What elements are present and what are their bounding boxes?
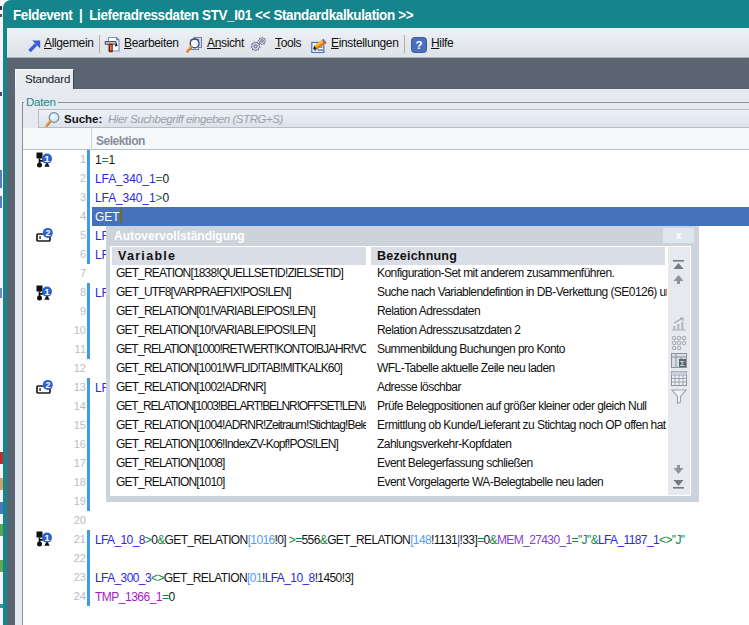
svg-text:2: 2 — [45, 228, 50, 238]
svg-text:1: 1 — [45, 154, 50, 164]
svg-text:2: 2 — [45, 380, 50, 390]
svg-text:1: 1 — [45, 533, 50, 543]
svg-text:?: ? — [415, 39, 422, 51]
svg-text:1: 1 — [45, 287, 50, 297]
svg-text:Σ: Σ — [680, 359, 685, 368]
